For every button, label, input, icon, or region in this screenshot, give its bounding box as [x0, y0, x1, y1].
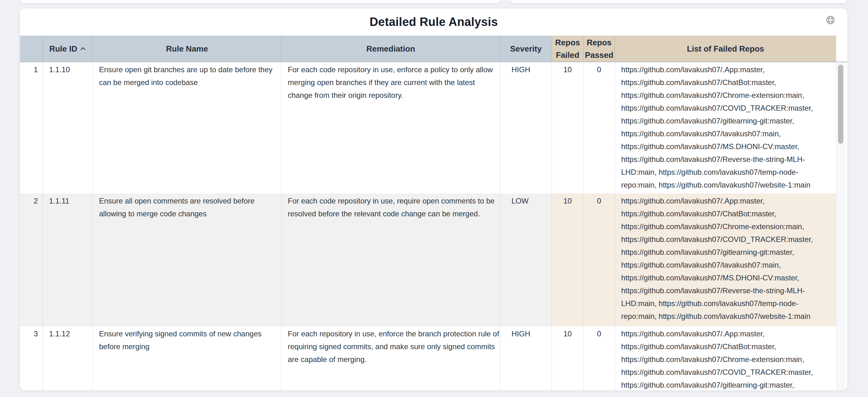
top-card-partial-right: [510, 0, 847, 3]
rule-name-cell: Ensure open git branches are up to date …: [92, 62, 281, 193]
column-header-repos-passed[interactable]: Repos Passed: [583, 36, 615, 62]
repos-failed-cell: 10: [552, 62, 583, 193]
remediation-cell: For each code repository in use, require…: [281, 193, 500, 326]
severity-cell: HIGH: [500, 326, 552, 391]
severity-cell: LOW: [500, 193, 552, 326]
rule-id-cell: 1.1.12: [42, 326, 92, 391]
column-header-rule-name[interactable]: Rule Name: [92, 36, 281, 62]
repos-failed-cell: 10: [552, 326, 583, 391]
sort-ascending-icon: [80, 47, 86, 51]
rule-name-cell: Ensure verifying signed commits of new c…: [92, 326, 281, 391]
top-card-partial-left: [20, 0, 500, 3]
table-scrollbar-thumb[interactable]: [838, 65, 843, 144]
repos-passed-cell: 0: [583, 62, 615, 193]
column-header-remediation[interactable]: Remediation: [281, 36, 500, 62]
failed-repos-cell: https://github.com/lavakush07/.App:maste…: [615, 62, 836, 193]
failed-repos-cell: https://github.com/lavakush07/.App:maste…: [615, 326, 836, 391]
detailed-rule-analysis-card: Detailed Rule Analysis Rule ID Rule Name…: [20, 8, 847, 391]
table-scrollbar-track[interactable]: [836, 62, 845, 391]
severity-cell: HIGH: [500, 62, 552, 193]
repos-passed-cell: 0: [583, 326, 615, 391]
column-header-index: [20, 36, 42, 62]
table-body: 1 1.1.10 Ensure open git branches are up…: [20, 62, 847, 391]
column-header-repos-failed[interactable]: Repos Failed: [552, 36, 583, 62]
rule-id-cell: 1.1.10: [42, 62, 92, 193]
row-index: 3: [20, 326, 42, 391]
page-title: Detailed Rule Analysis: [370, 15, 498, 29]
table-row-2: 2 1.1.11 Ensure all open comments are re…: [20, 193, 847, 326]
row-index: 2: [20, 193, 42, 326]
repos-failed-cell: 10: [552, 193, 583, 326]
rule-name-cell: Ensure all open comments are resolved be…: [92, 193, 281, 326]
table-header-row: Rule ID Rule Name Remediation Severity R…: [20, 36, 847, 62]
table-row-3: 3 1.1.12 Ensure verifying signed commits…: [20, 326, 847, 391]
globe-icon[interactable]: [826, 15, 836, 25]
column-header-failed-repos-list[interactable]: List of Failed Repos: [615, 36, 836, 62]
failed-repos-cell: https://github.com/lavakush07/.App:maste…: [615, 193, 836, 326]
repos-passed-cell: 0: [583, 193, 615, 326]
header-scrollbar-gutter: [836, 36, 847, 62]
table-row-1: 1 1.1.10 Ensure open git branches are up…: [20, 62, 847, 193]
row-index: 1: [20, 62, 42, 193]
remediation-cell: For each repository in use, enforce the …: [281, 326, 500, 391]
column-header-severity[interactable]: Severity: [500, 36, 552, 62]
column-header-label: Rule ID: [50, 42, 78, 55]
card-header: Detailed Rule Analysis: [20, 8, 847, 36]
column-header-rule-id[interactable]: Rule ID: [42, 36, 92, 62]
rule-id-cell: 1.1.11: [42, 193, 92, 326]
remediation-cell: For each code repository in use, enforce…: [281, 62, 500, 193]
